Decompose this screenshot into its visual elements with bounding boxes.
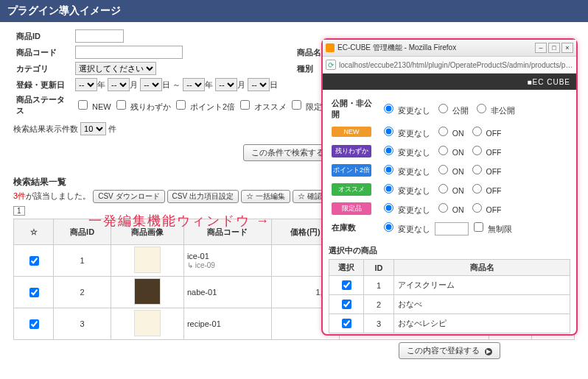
status-tag: NEW bbox=[332, 127, 371, 137]
status-checkbox[interactable]: NEW bbox=[75, 102, 113, 111]
col-star: ☆ bbox=[14, 219, 54, 245]
sel-row-checkbox[interactable] bbox=[342, 280, 351, 290]
option-row: 残りわずか 変更なし ON OFF bbox=[329, 141, 570, 160]
submit-button[interactable]: この内容で登録する ▶ bbox=[399, 342, 500, 359]
page-title: プラグイン導入イメージ bbox=[0, 0, 588, 22]
radio-option[interactable]: 変更なし bbox=[380, 129, 430, 138]
thumbnail bbox=[134, 247, 161, 273]
pager-current[interactable]: 1 bbox=[13, 206, 25, 216]
col-id: 商品ID bbox=[54, 219, 111, 245]
date-from-year[interactable]: -- bbox=[75, 78, 97, 91]
selected-products-table: 選択 ID 商品名 1アイスクリーム2おなべ3おなべレシピ bbox=[329, 259, 570, 333]
popup-titlebar: EC-CUBE 管理機能 - Mozilla Firefox – □ × bbox=[323, 40, 576, 57]
bulk-edit-popup: EC-CUBE 管理機能 - Mozilla Firefox – □ × ⟳ l… bbox=[321, 38, 578, 336]
status-tag: 残りわずか bbox=[332, 145, 371, 157]
radio-option[interactable]: 変更なし bbox=[380, 167, 430, 176]
selected-products-heading: 選択中の商品 bbox=[329, 245, 570, 256]
per-page-select[interactable]: 10 bbox=[80, 122, 106, 135]
radio-option[interactable]: ON bbox=[435, 186, 464, 195]
radio-option[interactable]: OFF bbox=[469, 129, 502, 138]
date-to-year[interactable]: -- bbox=[183, 78, 205, 91]
selected-row: 2おなべ bbox=[329, 295, 570, 314]
sel-row-checkbox[interactable] bbox=[342, 319, 351, 328]
col-code: 商品コード bbox=[183, 219, 271, 245]
close-button[interactable]: × bbox=[561, 43, 573, 53]
toolbar-button[interactable]: CSV 出力項目設定 bbox=[167, 190, 239, 203]
option-row: ポイント2倍 変更なし ON OFF bbox=[329, 160, 570, 180]
firefox-icon bbox=[326, 43, 335, 52]
status-checkbox[interactable]: 残りわずか bbox=[113, 102, 173, 111]
maximize-button[interactable]: □ bbox=[548, 43, 560, 53]
eccube-logo: ■ EC CUBE bbox=[323, 74, 576, 90]
status-tag: ポイント2倍 bbox=[332, 164, 371, 177]
options-table: 公開・非公開 変更なし 公開 非公開NEW 変更なし ON OFF残りわずか 変… bbox=[329, 96, 570, 238]
radio-option[interactable]: ON bbox=[435, 167, 464, 176]
category-select[interactable]: 選択してください bbox=[75, 62, 156, 75]
radio-option[interactable]: 変更なし bbox=[380, 148, 430, 157]
selected-row: 3おなべレシピ bbox=[329, 314, 570, 333]
status-tag: オススメ bbox=[332, 183, 371, 196]
option-row: 限定品 変更なし ON OFF bbox=[329, 199, 570, 218]
toolbar-button[interactable]: ☆ 一括編集 bbox=[241, 190, 290, 203]
radio-option[interactable]: ON bbox=[435, 129, 464, 138]
date-to-day[interactable]: -- bbox=[248, 78, 270, 91]
radio-option[interactable]: 変更なし bbox=[380, 224, 430, 233]
radio-option[interactable]: OFF bbox=[469, 186, 502, 195]
option-row: NEW 変更なし ON OFF bbox=[329, 122, 570, 141]
option-row: 在庫数 変更なし 無制限 bbox=[329, 218, 570, 238]
date-from-day[interactable]: -- bbox=[140, 78, 162, 91]
product-code-input[interactable] bbox=[75, 46, 183, 59]
radio-option[interactable]: OFF bbox=[469, 205, 502, 214]
radio-option[interactable]: 変更なし bbox=[380, 106, 430, 115]
url-bar[interactable]: ⟳ localhost/eccube2130/html/plugin/Opera… bbox=[323, 57, 576, 74]
label-category: カテゴリ bbox=[13, 60, 72, 77]
label-status: 商品ステータス bbox=[13, 93, 72, 118]
status-checkbox[interactable]: オススメ bbox=[237, 102, 289, 111]
radio-option[interactable]: ON bbox=[435, 148, 464, 157]
arrow-right-icon: ▶ bbox=[485, 348, 492, 355]
thumbnail bbox=[134, 278, 161, 305]
row-select-checkbox[interactable] bbox=[29, 288, 39, 297]
row-select-checkbox[interactable] bbox=[29, 319, 39, 329]
option-row: オススメ 変更なし ON OFF bbox=[329, 180, 570, 199]
thumbnail bbox=[134, 310, 161, 336]
unlimited-checkbox[interactable]: 無制限 bbox=[471, 224, 512, 233]
radio-option[interactable]: 公開 bbox=[435, 106, 469, 115]
date-to-month[interactable]: -- bbox=[215, 78, 237, 91]
radio-option[interactable]: 変更なし bbox=[380, 205, 430, 214]
col-img: 商品画像 bbox=[111, 219, 184, 245]
radio-option[interactable]: 非公開 bbox=[473, 106, 515, 115]
selected-row: 1アイスクリーム bbox=[329, 276, 570, 295]
status-tag: 限定品 bbox=[332, 202, 371, 215]
radio-option[interactable]: 変更なし bbox=[380, 186, 430, 195]
product-id-input[interactable] bbox=[75, 29, 124, 43]
status-checkbox[interactable]: ポイント2倍 bbox=[173, 102, 237, 111]
option-row: 公開・非公開 変更なし 公開 非公開 bbox=[329, 96, 570, 122]
reload-icon[interactable]: ⟳ bbox=[326, 60, 336, 70]
date-from-month[interactable]: -- bbox=[108, 78, 130, 91]
row-select-checkbox[interactable] bbox=[29, 256, 39, 266]
sel-row-checkbox[interactable] bbox=[342, 300, 351, 309]
minimize-button[interactable]: – bbox=[535, 43, 547, 53]
radio-option[interactable]: OFF bbox=[469, 167, 502, 176]
radio-option[interactable]: ON bbox=[435, 205, 464, 214]
stock-qty-input[interactable] bbox=[435, 222, 469, 235]
label-product-id: 商品ID bbox=[13, 28, 72, 44]
label-product-code: 商品コード bbox=[13, 44, 72, 60]
radio-option[interactable]: OFF bbox=[469, 148, 502, 157]
toolbar-button[interactable]: CSV ダウンロード bbox=[93, 190, 164, 203]
label-date: 登録・更新日 bbox=[13, 77, 72, 93]
